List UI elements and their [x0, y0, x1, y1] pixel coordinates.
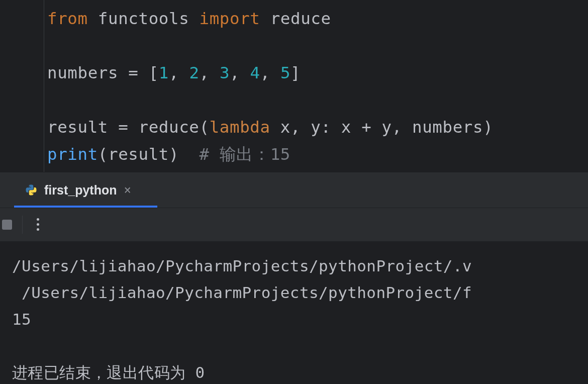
code-editor[interactable]: from functools import reduce numbers = [… — [0, 0, 588, 172]
editor-gutter — [0, 0, 44, 172]
bracket-open: [ — [149, 63, 159, 82]
ide-window: from functools import reduce numbers = [… — [0, 0, 588, 384]
comma: , — [260, 63, 270, 82]
comma: , — [169, 63, 179, 82]
num-literal: 5 — [280, 63, 290, 82]
keyword-lambda: lambda — [210, 118, 270, 137]
comment: # 输出：15 — [200, 145, 290, 164]
console-line: 进程已结束，退出代码为 0 — [12, 363, 205, 381]
more-icon[interactable] — [37, 218, 39, 231]
module-name: functools — [98, 9, 189, 28]
builtin-print: print — [47, 145, 98, 164]
op-eq: = — [118, 118, 128, 137]
num-literal: 2 — [189, 63, 199, 82]
console-line: /Users/lijiahao/PycharmProjects/pythonPr… — [12, 283, 472, 302]
num-literal: 3 — [220, 63, 230, 82]
toolbar-divider — [22, 216, 23, 234]
print-arg: (result) — [98, 145, 179, 164]
op-eq: = — [128, 63, 138, 82]
num-literal: 1 — [159, 63, 169, 82]
python-icon — [25, 184, 37, 196]
keyword-from: from — [47, 9, 88, 28]
run-tabbar: first_python × — [0, 172, 588, 208]
var-numbers: numbers — [47, 63, 118, 82]
code-content[interactable]: from functools import reduce numbers = [… — [44, 0, 493, 168]
import-name: reduce — [270, 9, 331, 28]
keyword-import: import — [200, 9, 260, 28]
console-line: /Users/lijiahao/PycharmProjects/pythonPr… — [12, 257, 472, 275]
stop-icon[interactable] — [2, 220, 12, 230]
var-result: result — [47, 118, 108, 137]
run-console[interactable]: /Users/lijiahao/PycharmProjects/pythonPr… — [0, 242, 588, 384]
run-tab-label: first_python — [44, 183, 117, 198]
lambda-body: x, y: x + y, numbers) — [270, 118, 494, 137]
close-icon[interactable]: × — [124, 184, 131, 196]
run-toolbar — [0, 208, 588, 241]
bracket-close: ] — [290, 63, 301, 82]
comma: , — [200, 63, 210, 82]
num-literal: 4 — [250, 63, 260, 82]
console-line: 15 — [12, 310, 31, 328]
call-reduce: reduce( — [139, 118, 210, 137]
comma: , — [230, 63, 240, 82]
active-tab-underline — [14, 206, 157, 208]
run-tab[interactable]: first_python × — [25, 172, 149, 208]
